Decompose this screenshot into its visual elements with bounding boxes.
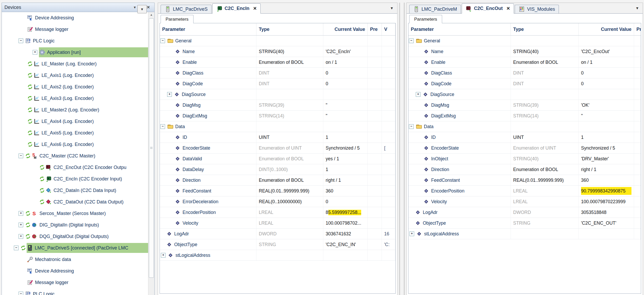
current-value-cell[interactable] bbox=[323, 250, 368, 260]
parameter-cell[interactable]: DiagClass bbox=[160, 68, 256, 78]
parameter-cell[interactable]: Enable bbox=[160, 57, 256, 67]
current-value-cell[interactable] bbox=[579, 36, 634, 46]
current-value-cell[interactable]: 1 bbox=[323, 132, 368, 143]
current-value-cell[interactable]: 3053518848 bbox=[579, 207, 634, 218]
parameter-cell[interactable]: LogAdr bbox=[408, 207, 511, 218]
prepared-value-cell[interactable] bbox=[368, 132, 382, 143]
close-tab-icon[interactable]: ✕ bbox=[506, 6, 510, 11]
prepared-value-cell[interactable] bbox=[634, 186, 641, 196]
close-tab-icon[interactable]: ✕ bbox=[253, 6, 257, 11]
parameter-cell[interactable]: Velocity bbox=[160, 218, 256, 228]
prepared-value-cell[interactable] bbox=[634, 229, 641, 239]
prepared-value-cell[interactable] bbox=[368, 68, 382, 78]
prepared-value-cell[interactable] bbox=[634, 111, 641, 121]
tree-item-mechatronic-data[interactable]: Mechatronic data bbox=[2, 254, 148, 265]
current-value-cell[interactable]: '' bbox=[323, 111, 368, 121]
tab-overflow-dropdown-icon[interactable]: ▼ bbox=[388, 6, 395, 10]
prepared-value-cell[interactable] bbox=[634, 196, 641, 207]
current-value-cell[interactable]: 3036741632 bbox=[323, 229, 368, 239]
parameter-cell[interactable]: +DiagSource bbox=[160, 89, 256, 100]
prepared-value-cell[interactable] bbox=[368, 196, 382, 207]
prepared-value-cell[interactable] bbox=[368, 57, 382, 67]
expander-plus-icon[interactable]: + bbox=[19, 234, 23, 239]
tree-item-sercos-master-sercos-master[interactable]: + SSercos_Master (Sercos Master) bbox=[2, 208, 148, 219]
prepared-value-cell[interactable] bbox=[634, 218, 641, 228]
current-value-cell[interactable] bbox=[323, 121, 368, 132]
parameter-cell[interactable]: −Data bbox=[160, 121, 256, 132]
prepared-value-cell[interactable] bbox=[634, 164, 641, 175]
param-row-encoderposition[interactable]: EncoderPositionLREAL85.5999997258... bbox=[160, 207, 395, 218]
column-header-type[interactable]: Type bbox=[256, 23, 323, 35]
tree-item-c2c-master-c2c-master[interactable]: − SMC2C_Master (C2C Master) bbox=[2, 150, 148, 162]
current-value-cell[interactable]: 'C2C_ENC_OUT' bbox=[579, 218, 634, 228]
param-row-velocity[interactable]: VelocityLREAL100.00079870223999 bbox=[408, 196, 641, 207]
param-row-stlogicaladdress[interactable]: +stLogicalAddress bbox=[160, 250, 395, 261]
parameter-cell[interactable]: +DiagSource bbox=[408, 89, 511, 100]
current-value-cell[interactable]: Synchronized / 5 bbox=[579, 143, 634, 153]
param-row-name[interactable]: NameSTRING(40)'C2C_EncOut' bbox=[408, 46, 641, 57]
doc-tab-c2c-encin[interactable]: C2C_EncIn ✕ bbox=[212, 3, 261, 14]
parameter-cell[interactable]: Direction bbox=[160, 175, 256, 185]
parameter-cell[interactable]: LogAdr bbox=[160, 229, 256, 239]
expander-minus-icon[interactable]: − bbox=[409, 124, 414, 129]
parameter-cell[interactable]: DataDelay bbox=[160, 164, 256, 175]
prepared-value-cell[interactable] bbox=[368, 36, 382, 46]
column-header-current-value[interactable]: Current Value bbox=[579, 23, 634, 35]
tree-item-dig-digitalin-digital-inputs[interactable]: + DIG_DigitalIn (Digital Inputs) bbox=[2, 219, 148, 231]
current-value-cell[interactable]: 0 bbox=[323, 68, 368, 78]
prepared-value-cell[interactable] bbox=[634, 154, 641, 164]
prepared-value-cell[interactable] bbox=[634, 89, 641, 100]
tree-item-c2c-datain-c2c-data-input[interactable]: C2C_DataIn (C2C Data Input) bbox=[2, 185, 148, 196]
column-header-v[interactable]: V bbox=[382, 23, 395, 35]
prepared-value-cell[interactable] bbox=[634, 36, 641, 46]
panel-splitter[interactable] bbox=[399, 3, 400, 295]
current-value-cell[interactable]: 0 bbox=[579, 68, 634, 78]
prepared-value-cell[interactable] bbox=[634, 207, 641, 218]
expander-plus-icon[interactable]: + bbox=[19, 223, 23, 227]
param-row-diagcode[interactable]: DiagCodeDINT0 bbox=[160, 78, 395, 89]
parameter-cell[interactable]: +stLogicalAddress bbox=[408, 229, 511, 239]
parameter-cell[interactable]: EncoderPosition bbox=[160, 207, 256, 218]
parameter-cell[interactable]: Name bbox=[160, 46, 256, 57]
tree-item-application-run[interactable]: + Application [run] bbox=[2, 47, 148, 58]
parameter-cell[interactable]: DiagCode bbox=[160, 78, 256, 89]
prepared-value-cell[interactable] bbox=[368, 121, 382, 132]
expander-minus-icon[interactable]: − bbox=[160, 124, 165, 129]
tree-item-le-master2-log-encoder[interactable]: LE_Master2 (Log. Encoder) bbox=[2, 104, 148, 116]
scrollbar-thumb[interactable] bbox=[149, 18, 154, 278]
expander-plus-icon[interactable]: + bbox=[409, 231, 414, 236]
prepared-value-cell[interactable] bbox=[368, 78, 382, 89]
prepared-value-cell[interactable] bbox=[368, 250, 382, 260]
current-value-cell[interactable]: right / 1 bbox=[323, 175, 368, 185]
parameter-cell[interactable]: DiagExtMsg bbox=[408, 111, 511, 121]
parameter-cell[interactable]: Name bbox=[408, 46, 511, 57]
param-row-data[interactable]: −Data bbox=[160, 121, 395, 132]
expander-plus-icon[interactable]: + bbox=[19, 211, 23, 216]
tree-item-c2c-dataout-c2c-data-output[interactable]: C2C_DataOut (C2C Data Output) bbox=[2, 196, 148, 208]
expander-minus-icon[interactable]: − bbox=[19, 38, 23, 43]
current-value-cell[interactable] bbox=[579, 89, 634, 100]
current-value-cell[interactable]: 90.799998342990875 bbox=[579, 186, 634, 196]
tab-parameters[interactable]: Parameters bbox=[409, 15, 442, 23]
parameter-cell[interactable]: Enable bbox=[408, 57, 511, 67]
tree-item-device-addressing[interactable]: Device Addressing bbox=[2, 265, 148, 277]
tree-item-le-axis5-log-encoder[interactable]: LE_Axis5 (Log. Encoder) bbox=[2, 127, 148, 139]
doc-tab-lmc-pacdrives[interactable]: LMC_PacDriveS bbox=[161, 5, 212, 13]
expander-minus-icon[interactable]: − bbox=[19, 154, 23, 158]
tree-item-le-axis6-log-encoder[interactable]: LE_Axis6 (Log. Encoder) bbox=[2, 139, 148, 150]
prepared-value-cell[interactable] bbox=[634, 68, 641, 78]
parameter-cell[interactable]: DiagMsg bbox=[408, 100, 511, 110]
param-row-objecttype[interactable]: ObjectTypeSTRING'C2C_ENC_IN''C: bbox=[160, 239, 395, 250]
param-row-id[interactable]: IDUINT1 bbox=[160, 132, 395, 143]
tree-item-dqg-digitalout-digital-outputs[interactable]: + DQG_DigitalOut (Digital Outputs) bbox=[2, 231, 148, 242]
doc-tab-c2c-encout[interactable]: C2C_EncOut ✕ bbox=[462, 3, 514, 14]
param-row-velocity[interactable]: VelocityLREAL100.000798702... bbox=[160, 218, 395, 229]
prepared-value-cell[interactable] bbox=[368, 89, 382, 100]
prepared-value-cell[interactable] bbox=[368, 164, 382, 175]
expander-minus-icon[interactable]: − bbox=[14, 246, 19, 250]
tree-item-message-logger[interactable]: Message logger bbox=[2, 277, 148, 288]
tree-item-le-axis4-log-encoder[interactable]: LE_Axis4 (Log. Encoder) bbox=[2, 116, 148, 127]
param-row-diagcode[interactable]: DiagCodeDINT0 bbox=[408, 78, 641, 89]
current-value-cell[interactable]: 1 bbox=[323, 164, 368, 175]
prepared-value-cell[interactable] bbox=[368, 239, 382, 250]
